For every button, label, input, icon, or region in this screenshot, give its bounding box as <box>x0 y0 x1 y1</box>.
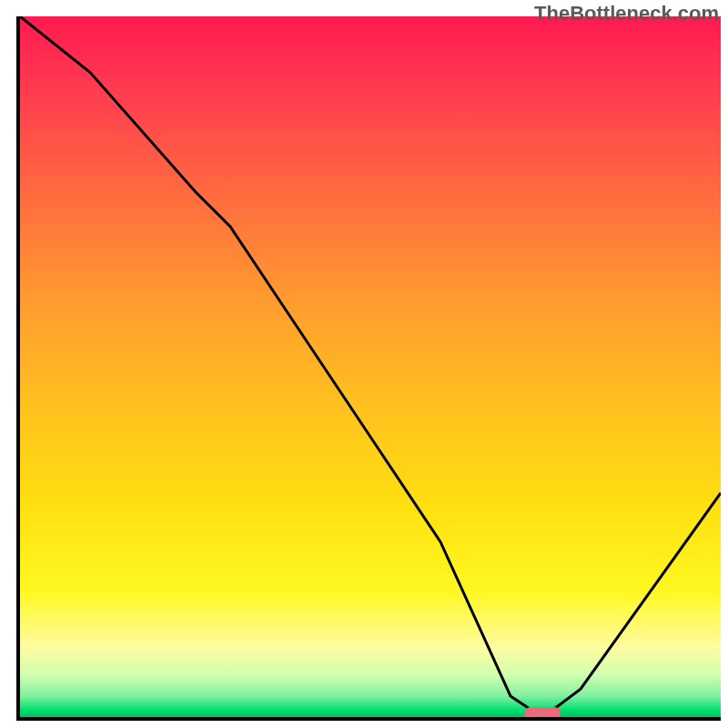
bottleneck-curve <box>20 16 721 710</box>
plot-area <box>16 16 721 721</box>
watermark-text: TheBottleneck.com <box>534 2 719 25</box>
chart-container: TheBottleneck.com <box>0 0 728 728</box>
optimum-marker <box>524 707 561 720</box>
curve-svg <box>20 16 721 717</box>
